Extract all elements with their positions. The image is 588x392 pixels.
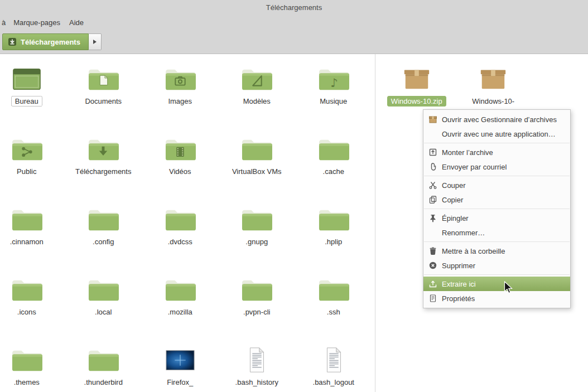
file-item-ssh[interactable]: .ssh (295, 274, 372, 344)
menu-item-extract-here[interactable]: Extraire ici (423, 277, 570, 291)
menu-item-cut[interactable]: Couper (423, 178, 570, 192)
folder-public-icon (9, 133, 44, 164)
menu-separator (424, 176, 570, 176)
folder-icon (316, 274, 351, 305)
cut-icon (428, 181, 437, 190)
file-label: .icons (13, 307, 40, 317)
menu-item-copy[interactable]: Copier (423, 192, 570, 207)
file-label: Bureau (11, 96, 42, 107)
file-label: VirtualBox VMs (228, 166, 286, 177)
menu-icon-spacer (428, 228, 437, 237)
trash-icon (428, 246, 437, 255)
folder-icon (316, 133, 351, 164)
menubar-item-aide[interactable]: Aide (65, 17, 88, 28)
file-item-cinnamon[interactable]: .cinnamon (0, 204, 65, 274)
file-label: Documents (81, 96, 126, 107)
file-item-documents[interactable]: Documents (65, 63, 142, 133)
text-icon (239, 344, 274, 375)
menubar-item-marque-pages[interactable]: Marque-pages (9, 17, 65, 28)
menu-item-delete[interactable]: Supprimer (423, 258, 570, 273)
file-item-firefox[interactable]: Firefox_ (142, 344, 219, 392)
menu-icon-spacer (428, 129, 437, 138)
file-label: Téléchargements (71, 166, 135, 177)
folder-icon (316, 204, 351, 235)
file-item-bash-logout[interactable]: .bash_logout (295, 344, 372, 392)
file-label: Firefox_ (163, 377, 197, 388)
file-item-images[interactable]: Images (142, 63, 219, 133)
file-label: .ssh (323, 307, 344, 317)
file-label: .local (91, 307, 115, 317)
file-item-icons[interactable]: .icons (0, 274, 65, 344)
menu-item-open-with-archive-manager[interactable]: Ouvrir avec Gestionnaire d’archives (423, 112, 570, 127)
folder-icon (86, 204, 121, 235)
menu-separator (424, 209, 570, 209)
menu-item-label: Couper (442, 181, 466, 190)
archive-icon (428, 115, 437, 124)
file-label: Vidéos (165, 166, 195, 177)
file-item-config[interactable]: .config (65, 204, 142, 274)
menu-separator (424, 274, 570, 275)
menu-item-label: Copier (442, 196, 463, 204)
file-label: Windows-10.zip (387, 96, 446, 107)
svg-text:♪: ♪ (330, 76, 338, 90)
folder-images-icon (163, 63, 197, 94)
extract-icon (428, 279, 437, 288)
menu-item-label: Épingler (442, 214, 469, 222)
menu-item-open-with-other-application[interactable]: Ouvrir avec une autre application… (423, 127, 570, 141)
file-item-public[interactable]: Public (0, 133, 65, 204)
folder-icon (163, 274, 197, 305)
file-item-themes[interactable]: .themes (0, 344, 65, 392)
menu-item-label: Propriétés (442, 294, 475, 303)
file-item-bash-history[interactable]: .bash_history (219, 344, 296, 392)
file-item-dvdcss[interactable]: .dvdcss (142, 204, 219, 274)
menu-item-label: Supprimer (442, 262, 475, 270)
menu-item-properties[interactable]: Propriétés (423, 291, 570, 306)
file-label: .pvpn-cli (239, 307, 274, 317)
path-expand-button[interactable] (89, 33, 102, 50)
file-item-bureau[interactable]: Bureau (0, 63, 65, 133)
file-item-pvpn-cli[interactable]: .pvpn-cli (219, 274, 296, 344)
titlebar[interactable]: Téléchargements (0, 0, 588, 15)
file-label: .bash_history (232, 377, 282, 388)
folder-templates-icon (239, 63, 274, 94)
menu-separator (424, 143, 570, 143)
pin-icon (428, 214, 437, 222)
menu-item-mount-archive[interactable]: Monter l’archive (423, 145, 570, 159)
copy-icon (428, 195, 437, 204)
path-button-telechargements[interactable]: Téléchargements (2, 33, 89, 50)
folder-music-icon: ♪ (316, 63, 351, 94)
menu-item-pin[interactable]: Épingler (423, 211, 570, 225)
file-label: .themes (10, 377, 44, 388)
archive-icon (476, 63, 510, 94)
file-item-mozilla[interactable]: .mozilla (142, 274, 219, 344)
home-pane[interactable]: BureauDocumentsImagesModèles♪MusiquePubl… (0, 54, 375, 392)
file-item-gnupg[interactable]: .gnupg (219, 204, 296, 274)
file-label: Public (13, 166, 40, 177)
file-item-musique[interactable]: ♪Musique (295, 63, 372, 133)
menu-item-rename[interactable]: Renommer… (423, 225, 570, 240)
menu-item-label: Monter l’archive (442, 148, 493, 157)
path-button-label: Téléchargements (21, 38, 80, 46)
file-item-telechargements[interactable]: Téléchargements (65, 133, 142, 204)
toolbar: Téléchargements (0, 30, 588, 54)
file-item-cache[interactable]: .cache (295, 133, 372, 204)
file-item-thunderbird[interactable]: .thunderbird (65, 344, 142, 392)
file-label: .bash_logout (309, 377, 358, 388)
menubar-item-a[interactable]: à (1, 17, 9, 28)
file-item-hplip[interactable]: .hplip (295, 204, 372, 274)
text-icon (316, 344, 351, 375)
file-item-videos[interactable]: Vidéos (142, 133, 219, 204)
file-label: .config (89, 236, 118, 247)
file-label: Images (164, 96, 196, 107)
mount-icon (428, 148, 437, 157)
attach-icon (428, 162, 437, 171)
file-item-virtualbox-vms[interactable]: VirtualBox VMs (219, 133, 296, 204)
menu-item-send-by-email[interactable]: Envoyer par courriel (423, 159, 570, 174)
file-item-local[interactable]: .local (65, 274, 142, 344)
menu-item-move-to-trash[interactable]: Mettre à la corbeille (423, 244, 570, 258)
file-label: .hplip (321, 236, 346, 247)
properties-icon (428, 294, 437, 303)
folder-icon (9, 344, 44, 375)
file-item-modeles[interactable]: Modèles (219, 63, 296, 133)
menu-item-label: Ouvrir avec une autre application… (442, 130, 556, 138)
